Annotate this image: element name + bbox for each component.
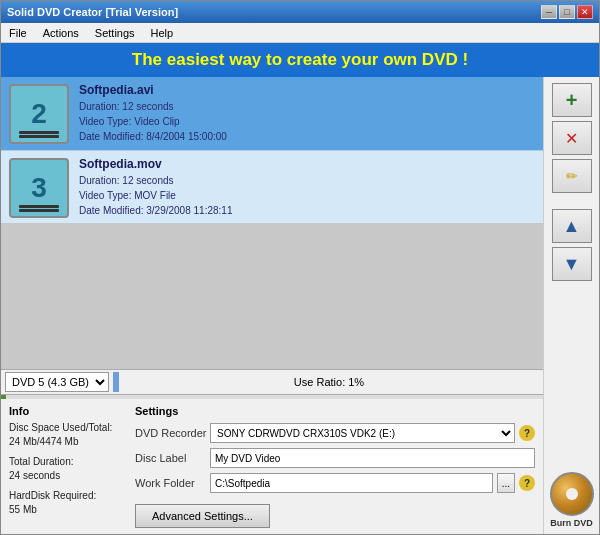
duration-value: 24 seconds — [9, 470, 60, 481]
empty-drop-area — [1, 223, 543, 369]
video-duration-2: Duration: 12 seconds — [79, 173, 232, 188]
browse-button[interactable]: ... — [497, 473, 515, 493]
remove-button[interactable]: ✕ — [552, 121, 592, 155]
video-name-1: Softpedia.avi — [79, 83, 227, 97]
info-section: Info Disc Space Used/Total: 24 Mb/4474 M… — [9, 405, 119, 528]
progress-bar-container — [1, 395, 543, 399]
edit-button[interactable]: ✏ — [552, 159, 592, 193]
right-panel: + ✕ ✏ ▲ ▼ Burn DVD — [543, 77, 599, 534]
info-title: Info — [9, 405, 119, 417]
settings-title: Settings — [135, 405, 535, 417]
move-down-button[interactable]: ▼ — [552, 247, 592, 281]
duration-info: Total Duration: 24 seconds — [9, 455, 119, 483]
video-type-1: Video Type: Video Clip — [79, 114, 227, 129]
work-folder-help-icon[interactable]: ? — [519, 475, 535, 491]
video-list: 2 Softpedia.avi Duration: 12 seconds Vid… — [1, 77, 543, 223]
video-info-2: Softpedia.mov Duration: 12 seconds Video… — [79, 157, 232, 218]
video-type-2: Video Type: MOV File — [79, 188, 232, 203]
video-modified-2: Date Modified: 3/29/2008 11:28:11 — [79, 203, 232, 218]
banner-text: The easiest way to create your own DVD ! — [132, 50, 468, 70]
title-bar: Solid DVD Creator [Trial Version] ─ □ ✕ — [1, 1, 599, 23]
dvd-recorder-help-icon[interactable]: ? — [519, 425, 535, 441]
move-up-button[interactable]: ▲ — [552, 209, 592, 243]
work-folder-label: Work Folder — [135, 477, 210, 489]
video-name-2: Softpedia.mov — [79, 157, 232, 171]
work-folder-input[interactable] — [210, 473, 493, 493]
disc-space-info: Disc Space Used/Total: 24 Mb/4474 Mb — [9, 421, 119, 449]
disc-space-value: 24 Mb/4474 Mb — [9, 436, 79, 447]
edit-icon: ✏ — [566, 168, 578, 184]
video-item-2[interactable]: 3 Softpedia.mov Duration: 12 seconds Vid… — [1, 151, 543, 223]
menu-actions[interactable]: Actions — [39, 26, 83, 40]
video-thumb-1: 2 — [9, 84, 69, 144]
video-info-1: Softpedia.avi Duration: 12 seconds Video… — [79, 83, 227, 144]
disc-label-label: Disc Label — [135, 452, 210, 464]
work-folder-control: ... ? — [210, 473, 535, 493]
disc-selector[interactable]: DVD 5 (4.3 GB) — [5, 372, 109, 392]
video-duration-1: Duration: 12 seconds — [79, 99, 227, 114]
window-title: Solid DVD Creator [Trial Version] — [7, 6, 178, 18]
disc-label-control — [210, 448, 535, 468]
harddisk-label: HardDisk Required: — [9, 490, 96, 501]
video-thumb-2: 3 — [9, 158, 69, 218]
harddisk-info: HardDisk Required: 55 Mb — [9, 489, 119, 517]
main-window: Solid DVD Creator [Trial Version] ─ □ ✕ … — [0, 0, 600, 535]
disc-label-row: Disc Label — [135, 448, 535, 468]
disc-space-label: Disc Space Used/Total: — [9, 422, 112, 433]
burn-dvd-button[interactable] — [550, 472, 594, 516]
video-item-1[interactable]: 2 Softpedia.avi Duration: 12 seconds Vid… — [1, 77, 543, 151]
video-number-2: 3 — [31, 172, 47, 204]
plus-icon: + — [566, 89, 578, 112]
video-number-1: 2 — [31, 98, 47, 130]
menu-file[interactable]: File — [5, 26, 31, 40]
arrow-up-icon: ▲ — [563, 216, 581, 237]
remove-icon: ✕ — [565, 129, 578, 148]
advanced-settings-button[interactable]: Advanced Settings... — [135, 504, 270, 528]
main-content: 2 Softpedia.avi Duration: 12 seconds Vid… — [1, 77, 599, 534]
harddisk-value: 55 Mb — [9, 504, 37, 515]
add-button[interactable]: + — [552, 83, 592, 117]
progress-bar-fill — [1, 395, 6, 399]
menu-settings[interactable]: Settings — [91, 26, 139, 40]
burn-label: Burn DVD — [550, 518, 593, 528]
left-panel: 2 Softpedia.avi Duration: 12 seconds Vid… — [1, 77, 543, 534]
dvd-recorder-control: SONY CDRWDVD CRX310S VDK2 (E:) ? — [210, 423, 535, 443]
close-button[interactable]: ✕ — [577, 5, 593, 19]
video-modified-1: Date Modified: 8/4/2004 15:00:00 — [79, 129, 227, 144]
work-folder-row: Work Folder ... ? — [135, 473, 535, 493]
disc-bar: DVD 5 (4.3 GB) Use Ratio: 1% — [1, 369, 543, 395]
maximize-button[interactable]: □ — [559, 5, 575, 19]
burn-section: Burn DVD — [550, 472, 594, 528]
dvd-recorder-row: DVD Recorder SONY CDRWDVD CRX310S VDK2 (… — [135, 423, 535, 443]
menu-help[interactable]: Help — [147, 26, 178, 40]
minimize-button[interactable]: ─ — [541, 5, 557, 19]
disc-label-input[interactable] — [210, 448, 535, 468]
window-controls: ─ □ ✕ — [541, 5, 593, 19]
arrow-down-icon: ▼ — [563, 254, 581, 275]
dvd-recorder-label: DVD Recorder — [135, 427, 210, 439]
use-ratio: Use Ratio: 1% — [119, 376, 539, 388]
dvd-recorder-select[interactable]: SONY CDRWDVD CRX310S VDK2 (E:) — [210, 423, 515, 443]
settings-panel: Info Disc Space Used/Total: 24 Mb/4474 M… — [1, 399, 543, 534]
duration-label: Total Duration: — [9, 456, 73, 467]
settings-section: Settings DVD Recorder SONY CDRWDVD CRX31… — [135, 405, 535, 528]
menu-bar: File Actions Settings Help — [1, 23, 599, 43]
banner: The easiest way to create your own DVD ! — [1, 43, 599, 77]
